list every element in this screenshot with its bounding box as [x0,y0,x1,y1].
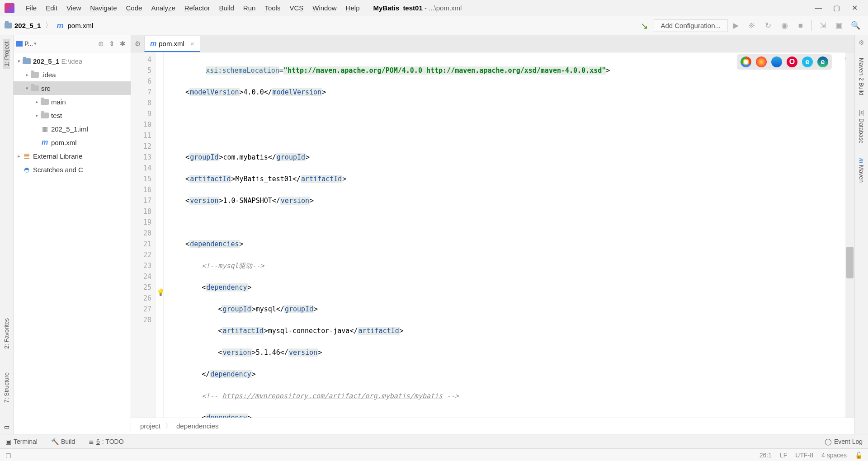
debug-bug-icon[interactable]: ⛯ [745,21,758,30]
stop-icon[interactable]: ■ [794,21,807,30]
rail-maven[interactable]: mMaven [858,155,865,186]
breadcrumb-project[interactable]: project [140,422,160,430]
coverage-icon[interactable]: ↻ [762,21,774,30]
project-view-label[interactable]: P... [24,40,33,47]
app-logo-icon [5,3,14,13]
chevron-down-icon[interactable]: ▾ [24,85,31,91]
window-close-icon[interactable]: ✕ [845,4,863,12]
file-encoding[interactable]: UTF-8 [795,452,813,459]
code-editor[interactable]: 4567891011121314151617181920212223242526… [131,52,854,418]
todo-tool[interactable]: ≣6: TODO [89,438,124,445]
menu-bar: File Edit View Navigate Code Analyze Ref… [0,0,868,16]
intention-bulb-icon[interactable]: 💡 [156,288,165,296]
gear-icon[interactable]: ⚙ [859,39,864,46]
breadcrumb-file[interactable]: pom.xml [68,22,94,29]
chevron-down-icon[interactable]: ▾ [34,41,37,47]
folder-icon [5,23,12,28]
tree-pom[interactable]: m pom.xml [14,136,131,149]
menu-edit[interactable]: Edit [41,2,62,14]
iml-file-icon [41,125,49,132]
menu-analyze[interactable]: Analyze [146,2,179,14]
tree-external-libs[interactable]: ▸ External Librarie [14,149,131,163]
run-configuration-dropdown[interactable]: Add Configuration... [654,19,727,32]
status-tools-icon[interactable]: ▢ [5,452,11,459]
tab-settings-icon[interactable]: ⚙ [135,40,141,48]
menu-code[interactable]: Code [122,2,147,14]
tree-src[interactable]: ▾ src [14,81,131,95]
project-folder-icon [23,58,31,64]
left-tool-rail: 1: Project 2: Favorites 7: Structure ▭ [0,35,14,434]
tree-iml[interactable]: 202_5_1.iml [14,122,131,136]
tree-root[interactable]: ▾ 202_5_1 E:\idea [14,54,131,68]
project-panel: P... ▾ ⊕ ⇕ ✱ ▾ 202_5_1 E:\idea ▸ .idea [14,35,131,434]
menu-window[interactable]: Window [308,2,341,14]
rail-database[interactable]: 🗄Database [858,107,865,146]
rail-project[interactable]: 1: Project [3,39,10,69]
scrollbar-thumb[interactable] [846,247,854,278]
library-icon [23,152,31,160]
chevron-right-icon[interactable]: ▸ [24,72,31,78]
menu-navigate[interactable]: Navigate [85,2,121,14]
list-icon: ≣ [89,438,94,445]
bottom-tool-bar: ▣Terminal 🔨Build ≣6: TODO ◯Event Log [0,434,868,448]
maven-file-icon: m [57,21,63,30]
chevron-right-icon: 〉 [43,21,54,30]
chevron-right-icon[interactable]: ▸ [33,99,41,105]
caret-position[interactable]: 26:1 [760,452,772,459]
tree-main[interactable]: ▸ main [14,95,131,108]
profile-icon[interactable]: ◉ [778,21,791,30]
rail-favorites[interactable]: 2: Favorites [3,315,10,352]
rail-structure[interactable]: 7: Structure [3,370,10,405]
build-tool[interactable]: 🔨Build [51,438,75,445]
collapse-all-icon[interactable]: ⇕ [106,40,117,48]
ide-window: File Edit View Navigate Code Analyze Ref… [0,0,868,461]
chevron-right-icon[interactable]: ▸ [15,153,23,159]
chevron-down-icon[interactable]: ▾ [15,58,23,64]
build-hammer-icon[interactable]: ↘ [641,20,648,31]
breadcrumb-root[interactable]: 202_5_1 [14,22,41,29]
editor-scrollbar[interactable] [845,52,854,418]
rail-maven2-build[interactable]: Maven-2 Build [858,55,865,98]
menu-refactor[interactable]: Refactor [180,2,215,14]
close-tab-icon[interactable]: × [190,40,194,47]
tab-pom[interactable]: m pom.xml × [144,36,200,52]
menu-build[interactable]: Build [214,2,238,14]
breadcrumb-dependencies[interactable]: dependencies [176,422,218,430]
scratch-icon [23,166,31,173]
window-minimize-icon[interactable]: — [809,4,827,12]
menu-run[interactable]: Run [239,2,260,14]
target-icon[interactable]: ⊕ [95,40,106,48]
fold-column: 💡 [156,52,164,418]
indent-setting[interactable]: 4 spaces [821,452,847,459]
line-separator[interactable]: LF [780,452,787,459]
lock-icon[interactable]: 🔓 [855,452,863,459]
menu-help[interactable]: Help [341,2,364,14]
project-tree: ▾ 202_5_1 E:\idea ▸ .idea ▾ src ▸ [14,52,131,434]
panel-settings-icon[interactable]: ✱ [117,40,128,48]
ide-share-icon[interactable]: ▣ [833,21,845,30]
menu-vcs[interactable]: VCS [285,2,308,14]
tree-idea[interactable]: ▸ .idea [14,68,131,81]
line-gutter: 4567891011121314151617181920212223242526… [131,52,156,418]
editor-breadcrumb: project 〉 dependencies [131,418,854,434]
tree-test[interactable]: ▸ test [14,108,131,122]
chevron-right-icon[interactable]: ▸ [33,113,41,118]
rail-build-icon[interactable]: ▭ [4,423,9,430]
search-everywhere-icon[interactable]: 🔍 [849,21,862,30]
status-bar: ▢ 26:1 LF UTF-8 4 spaces 🔓 [0,448,868,461]
menu-tools[interactable]: Tools [260,2,285,14]
window-title: MyBatis_test01 - ...\pom.xml [373,4,462,12]
tree-scratches[interactable]: Scratches and C [14,163,131,176]
folder-icon [41,113,49,118]
git-update-icon[interactable]: ⇲ [816,21,829,30]
menu-file[interactable]: File [21,2,41,14]
event-log-tool[interactable]: ◯Event Log [825,438,863,445]
menu-view[interactable]: View [62,2,85,14]
window-maximize-icon[interactable]: ▢ [827,4,845,12]
folder-icon [31,72,39,78]
code-body[interactable]: xsi:schemaLocation="http://maven.apache.… [164,52,854,418]
tab-label: pom.xml [159,40,184,47]
run-play-icon[interactable]: ▶ [729,21,742,30]
terminal-tool[interactable]: ▣Terminal [5,438,38,445]
hammer-icon: 🔨 [51,438,59,445]
